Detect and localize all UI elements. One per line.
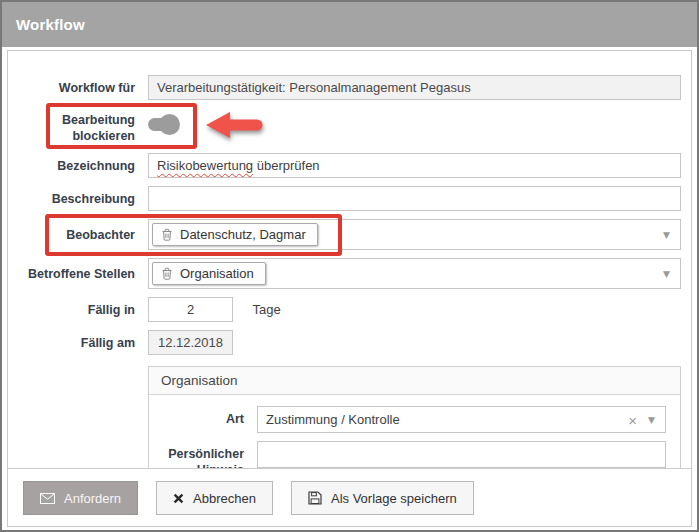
organisation-section-title: Organisation bbox=[149, 367, 680, 395]
row-personal-note: Persönlicher Hinweis bbox=[149, 441, 668, 468]
request-button-label: Anfordern bbox=[64, 491, 121, 506]
affected-units-select[interactable]: Organisation ▼ bbox=[148, 258, 681, 289]
due-on-input[interactable] bbox=[148, 330, 233, 355]
due-in-input[interactable] bbox=[148, 297, 233, 322]
row-workflow-for: Workflow für bbox=[21, 75, 683, 100]
envelope-icon bbox=[40, 493, 55, 504]
dialog-title: Workflow bbox=[16, 16, 85, 33]
due-on-label: Fällig am bbox=[21, 330, 135, 351]
affected-units-chip-label: Organisation bbox=[180, 266, 254, 281]
personal-note-input[interactable] bbox=[257, 441, 666, 468]
block-editing-toggle[interactable] bbox=[148, 118, 178, 131]
row-due-in: Fällig in Tage bbox=[21, 297, 683, 322]
observer-label: Beobachter bbox=[21, 219, 135, 243]
affected-units-label: Betroffene Stellen bbox=[21, 258, 135, 282]
organisation-type-caret-down-icon[interactable]: ▼ bbox=[648, 415, 655, 424]
annotation-arrow-icon bbox=[206, 109, 266, 141]
affected-units-caret-down-icon[interactable]: ▼ bbox=[663, 269, 670, 278]
designation-input[interactable]: Risikobewertung überprüfen bbox=[148, 153, 681, 178]
observer-chip[interactable]: Datenschutz, Dagmar bbox=[152, 223, 318, 246]
dialog-titlebar: Workflow bbox=[2, 2, 697, 47]
save-as-template-button-label: Als Vorlage speichern bbox=[331, 491, 457, 506]
floppy-disk-icon bbox=[308, 491, 322, 505]
block-editing-label: Bearbeitung blockieren bbox=[21, 108, 135, 145]
observer-caret-down-icon[interactable]: ▼ bbox=[663, 230, 670, 239]
workflow-for-input[interactable] bbox=[148, 75, 681, 100]
row-due-on: Fällig am bbox=[21, 330, 683, 355]
row-affected-units: Betroffene Stellen Organisation ▼ bbox=[21, 258, 683, 289]
cancel-button[interactable]: Abbrechen bbox=[156, 481, 273, 515]
toggle-knob bbox=[159, 114, 180, 135]
row-organisation-type: Art Zustimmung / Kontrolle × ▼ bbox=[149, 406, 668, 433]
trash-icon[interactable] bbox=[161, 267, 173, 280]
cancel-button-label: Abbrechen bbox=[193, 491, 256, 506]
dialog-footer: Anfordern Abbrechen Als Vorlage speicher… bbox=[8, 468, 691, 526]
description-label: Beschreibung bbox=[21, 186, 135, 207]
designation-label: Bezeichnung bbox=[21, 153, 135, 174]
row-block-editing: Bearbeitung blockieren bbox=[21, 108, 683, 148]
organisation-type-label: Art bbox=[149, 406, 244, 427]
dialog-content-panel: Workflow für Bearbeitung blockieren bbox=[7, 50, 692, 527]
due-in-label: Fällig in bbox=[21, 297, 135, 318]
designation-value-rest: überprüfen bbox=[253, 158, 320, 173]
organisation-type-select[interactable]: Zustimmung / Kontrolle × ▼ bbox=[257, 406, 666, 433]
workflow-dialog: Workflow Workflow für Bearbeitung blocki… bbox=[0, 0, 699, 532]
designation-misspelled-word: Risikobewertung bbox=[157, 158, 253, 173]
affected-units-chip[interactable]: Organisation bbox=[152, 262, 266, 285]
due-in-unit: Tage bbox=[252, 297, 280, 317]
trash-icon[interactable] bbox=[161, 228, 173, 241]
save-as-template-button[interactable]: Als Vorlage speichern bbox=[291, 481, 474, 515]
observer-chip-label: Datenschutz, Dagmar bbox=[180, 227, 306, 242]
row-observer: Beobachter Datenschutz, Dagmar ▼ bbox=[21, 219, 683, 250]
row-description: Beschreibung bbox=[21, 186, 683, 211]
row-designation: Bezeichnung Risikobewertung überprüfen bbox=[21, 153, 683, 178]
organisation-section: Organisation Art Zustimmung / Kontrolle … bbox=[148, 366, 681, 468]
organisation-section-body: Art Zustimmung / Kontrolle × ▼ Persönlic… bbox=[149, 395, 680, 468]
cancel-x-icon bbox=[173, 493, 184, 504]
workflow-form: Workflow für Bearbeitung blockieren bbox=[8, 51, 691, 468]
observer-select[interactable]: Datenschutz, Dagmar ▼ bbox=[148, 219, 681, 250]
personal-note-label: Persönlicher Hinweis bbox=[149, 441, 244, 468]
description-input[interactable] bbox=[148, 186, 681, 211]
workflow-for-label: Workflow für bbox=[21, 75, 135, 96]
request-button[interactable]: Anfordern bbox=[23, 481, 138, 515]
organisation-type-value: Zustimmung / Kontrolle bbox=[266, 412, 400, 427]
clear-selection-icon[interactable]: × bbox=[628, 412, 637, 427]
